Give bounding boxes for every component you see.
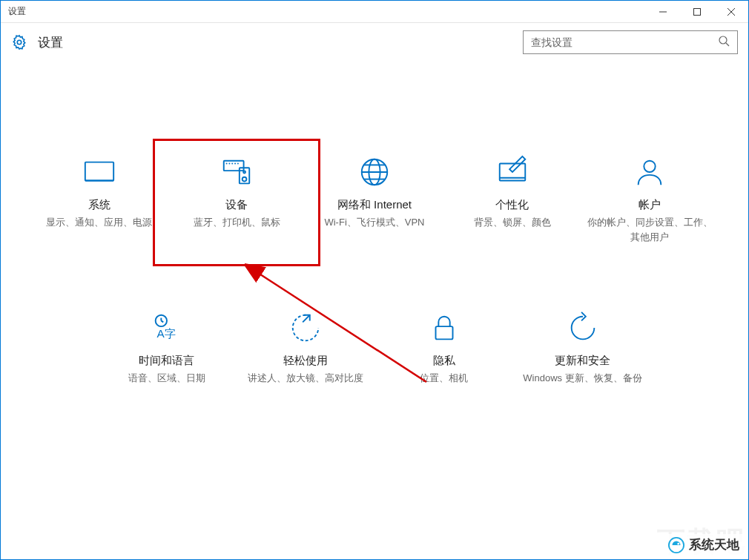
- row-2: A字 时间和语言 语音、区域、日期 轻松使用 讲述人、放大镜、高对比度 隐私 位…: [16, 311, 733, 386]
- tile-network[interactable]: 网络和 Internet Wi-Fi、飞行模式、VPN: [311, 155, 438, 244]
- svg-rect-9: [224, 161, 244, 171]
- globe-icon: [357, 155, 392, 189]
- tile-desc: 讲述人、放大镜、高对比度: [248, 371, 363, 386]
- settings-window: 设置 设置: [0, 0, 749, 560]
- tile-title: 轻松使用: [283, 354, 328, 368]
- tile-time-language[interactable]: A字 时间和语言 语音、区域、日期: [104, 311, 230, 386]
- tile-devices[interactable]: 设备 蓝牙、打印机、鼠标: [174, 155, 300, 244]
- tile-desc: 背景、锁屏、颜色: [474, 215, 551, 230]
- svg-point-17: [243, 171, 245, 174]
- personalization-icon: [495, 155, 529, 189]
- titlebar: 设置: [1, 1, 748, 23]
- tile-personalization[interactable]: 个性化 背景、锁屏、颜色: [449, 155, 575, 244]
- svg-point-34: [677, 542, 679, 544]
- tile-title: 网络和 Internet: [337, 198, 412, 212]
- watermark: 系统天地: [663, 534, 745, 556]
- svg-point-5: [719, 36, 727, 44]
- tile-desc: Wi-Fi、飞行模式、VPN: [324, 215, 424, 230]
- gear-icon: [11, 34, 27, 50]
- display-icon: [82, 155, 116, 189]
- tile-update-security[interactable]: 更新和安全 Windows 更新、恢复、备份: [520, 311, 646, 386]
- tile-title: 时间和语言: [139, 354, 194, 368]
- minimize-icon: [659, 8, 667, 16]
- tile-desc: 显示、通知、应用、电源: [46, 215, 152, 230]
- search-icon: [718, 35, 730, 50]
- tile-desc: 语音、区域、日期: [128, 371, 205, 386]
- svg-text:A字: A字: [156, 327, 175, 340]
- search-input[interactable]: [531, 36, 718, 48]
- row-1: 系统 显示、通知、应用、电源 设备 蓝牙、打印机、鼠标: [16, 155, 733, 244]
- tile-title: 帐户: [639, 198, 661, 212]
- svg-line-6: [726, 43, 729, 46]
- tile-ease-of-access[interactable]: 轻松使用 讲述人、放大镜、高对比度: [242, 311, 369, 386]
- svg-rect-7: [85, 162, 113, 181]
- close-icon: [727, 8, 735, 16]
- time-language-icon: A字: [150, 311, 184, 345]
- minimize-button[interactable]: [646, 1, 680, 22]
- update-icon: [566, 311, 600, 345]
- svg-point-4: [17, 40, 22, 45]
- titlebar-title: 设置: [1, 5, 646, 18]
- tile-desc: 位置、相机: [420, 371, 468, 386]
- svg-rect-1: [694, 8, 701, 15]
- svg-point-25: [644, 161, 656, 172]
- tile-title: 个性化: [495, 198, 529, 212]
- page-title: 设置: [38, 34, 523, 51]
- svg-rect-31: [435, 326, 452, 339]
- tile-title: 设备: [225, 198, 248, 212]
- svg-line-28: [161, 320, 163, 322]
- window-controls: [646, 1, 748, 22]
- maximize-button[interactable]: [680, 1, 714, 22]
- tile-title: 更新和安全: [555, 354, 610, 368]
- devices-icon: [220, 155, 254, 189]
- svg-line-30: [303, 315, 310, 323]
- lock-icon: [427, 311, 461, 345]
- watermark-text: 系统天地: [689, 536, 739, 553]
- ease-of-access-icon: [288, 311, 323, 345]
- watermark-logo-icon: [668, 537, 684, 553]
- tile-desc: 你的帐户、同步设置、工作、其他用户: [587, 215, 713, 244]
- tile-system[interactable]: 系统 显示、通知、应用、电源: [36, 155, 162, 244]
- tile-title: 隐私: [433, 354, 455, 368]
- user-icon: [633, 155, 667, 189]
- header: 设置: [1, 23, 748, 66]
- settings-grid: 系统 显示、通知、应用、电源 设备 蓝牙、打印机、鼠标: [1, 66, 748, 559]
- tile-privacy[interactable]: 隐私 位置、相机: [381, 311, 507, 386]
- tile-desc: 蓝牙、打印机、鼠标: [194, 215, 280, 230]
- maximize-icon: [693, 8, 701, 16]
- tile-desc: Windows 更新、恢复、备份: [523, 371, 641, 386]
- tile-accounts[interactable]: 帐户 你的帐户、同步设置、工作、其他用户: [587, 155, 713, 244]
- tile-title: 系统: [88, 198, 110, 212]
- search-box[interactable]: [523, 30, 738, 54]
- close-button[interactable]: [714, 1, 748, 22]
- svg-point-16: [242, 177, 247, 182]
